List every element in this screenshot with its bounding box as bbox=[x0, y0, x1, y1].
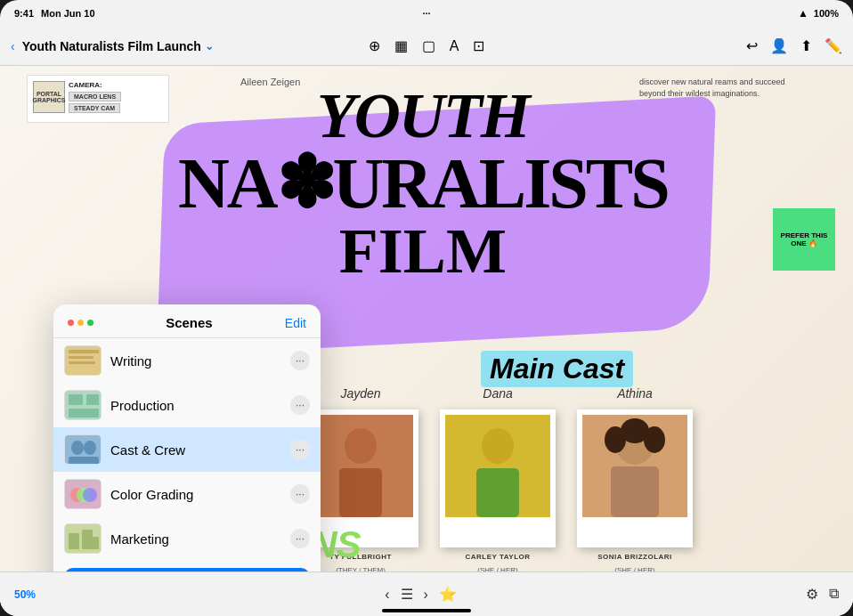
svg-point-27 bbox=[83, 488, 97, 502]
scenes-panel: Scenes Edit Writing ··· Production ··· bbox=[53, 304, 321, 616]
scene-item-color-grading[interactable]: Color Grading ··· bbox=[53, 472, 321, 516]
cast-title-2: CARLEY TAYLOR bbox=[465, 553, 530, 561]
scene-item-marketing[interactable]: Marketing ··· bbox=[53, 516, 321, 561]
camera-label: CAMERA: bbox=[69, 81, 163, 89]
svg-rect-14 bbox=[69, 356, 93, 359]
undo-icon[interactable]: ↩ bbox=[746, 37, 758, 54]
hero-film-text: FILM bbox=[178, 219, 668, 283]
scene-label-writing: Writing bbox=[110, 353, 281, 369]
main-content: PORTAL GRAPHICS CAMERA: MACRO LENS STEAD… bbox=[0, 66, 853, 616]
scenes-dots bbox=[68, 320, 93, 326]
svg-rect-31 bbox=[90, 537, 99, 549]
status-day: Mon Jun 10 bbox=[41, 8, 95, 19]
scene-thumbnail-writing bbox=[64, 345, 102, 376]
starred-button[interactable]: ⭐ bbox=[439, 586, 457, 603]
scene-more-color-grading[interactable]: ··· bbox=[290, 484, 310, 504]
scene-thumbnail-marketing bbox=[64, 523, 102, 554]
prev-page-button[interactable]: ‹ bbox=[385, 587, 389, 603]
back-button[interactable]: ‹ bbox=[11, 39, 15, 53]
cast-item-2: Dana CARLEY TAYLOR (SHE / HER) bbox=[440, 386, 556, 574]
home-indicator bbox=[382, 609, 471, 612]
status-dots: ··· bbox=[422, 8, 430, 19]
share-icon[interactable]: ⬆ bbox=[800, 37, 812, 54]
scenes-list-button[interactable]: ☰ bbox=[401, 586, 413, 603]
svg-rect-13 bbox=[69, 350, 99, 353]
scene-more-production[interactable]: ··· bbox=[290, 395, 310, 415]
ipad-frame: 9:41 Mon Jun 10 ··· ▲ 100% ‹ Youth Natur… bbox=[0, 0, 853, 616]
scenes-edit-button[interactable]: Edit bbox=[285, 316, 306, 330]
svg-point-21 bbox=[71, 441, 84, 455]
hero-youth-text: YOUTH bbox=[178, 84, 668, 148]
edit-icon[interactable]: ✏️ bbox=[825, 37, 842, 54]
scene-item-production[interactable]: Production ··· bbox=[53, 383, 321, 427]
dot-red[interactable] bbox=[68, 320, 74, 326]
svg-point-11 bbox=[644, 426, 665, 453]
bottom-right-icons: ⚙ ⧉ bbox=[806, 586, 839, 603]
lens-2-badge[interactable]: STEADY CAM bbox=[69, 103, 120, 113]
camera-card: PORTAL GRAPHICS CAMERA: MACRO LENS STEAD… bbox=[27, 75, 169, 123]
cast-script-name-3: Athina bbox=[617, 386, 653, 401]
scene-label-cast-crew: Cast & Crew bbox=[110, 442, 281, 458]
cast-script-name-1: Jayden bbox=[340, 386, 380, 401]
scene-item-cast-crew[interactable]: Cast & Crew ··· bbox=[53, 427, 321, 472]
scene-more-marketing[interactable]: ··· bbox=[290, 529, 310, 548]
layout-icon[interactable]: ▦ bbox=[394, 37, 408, 54]
scene-thumbnail-production bbox=[64, 390, 102, 420]
next-page-button[interactable]: › bbox=[424, 587, 428, 603]
text-icon[interactable]: A bbox=[450, 38, 459, 54]
scene-label-color-grading: Color Grading bbox=[110, 487, 281, 502]
svg-rect-8 bbox=[611, 466, 659, 517]
svg-rect-29 bbox=[69, 533, 79, 549]
svg-rect-15 bbox=[69, 361, 95, 364]
svg-rect-2 bbox=[339, 468, 382, 517]
camera-card-details: CAMERA: MACRO LENS STEADY CAM bbox=[69, 81, 163, 113]
wifi-icon: ▲ bbox=[798, 7, 808, 20]
title-chevron-icon: ⌄ bbox=[205, 40, 214, 53]
back-chevron-icon: ‹ bbox=[11, 39, 15, 53]
status-bar: 9:41 Mon Jun 10 ··· ▲ 100% bbox=[0, 0, 853, 27]
toolbar-right-icons: ↩ 👤 ⬆ ✏️ bbox=[746, 37, 842, 54]
polaroid-3 bbox=[577, 409, 693, 547]
cast-title-3: SONIA BRIZZOLARI bbox=[597, 553, 672, 561]
toolbar: ‹ Youth Naturalists Film Launch ⌄ ⊕ ▦ ▢ … bbox=[0, 27, 853, 66]
hero-title: YOUTH NA✽URALISTS FILM bbox=[178, 84, 668, 283]
collaborate-icon[interactable]: 👤 bbox=[770, 37, 788, 54]
title-text: Youth Naturalists Film Launch bbox=[22, 39, 201, 53]
cast-item-3: Athina bbox=[577, 386, 693, 574]
polaroid-2 bbox=[440, 409, 556, 547]
cast-photos: Jayden TY FULLBRIGHT (THEY / THEM) bbox=[303, 386, 693, 574]
cast-script-name-2: Dana bbox=[483, 386, 512, 401]
dot-green[interactable] bbox=[87, 320, 93, 326]
svg-rect-17 bbox=[69, 394, 83, 405]
settings-icon[interactable]: ⚙ bbox=[806, 586, 818, 603]
shapes-icon[interactable]: ▢ bbox=[422, 37, 435, 54]
svg-rect-23 bbox=[69, 457, 99, 464]
camera-card-thumbnail: PORTAL GRAPHICS bbox=[33, 81, 65, 113]
svg-point-1 bbox=[345, 428, 377, 464]
zoom-level[interactable]: 50% bbox=[14, 588, 36, 601]
bottom-navigation: ‹ ☰ › ⭐ bbox=[385, 586, 457, 603]
scene-item-writing[interactable]: Writing ··· bbox=[53, 338, 321, 383]
svg-point-4 bbox=[482, 428, 514, 464]
status-bar-right: ▲ 100% bbox=[798, 7, 839, 20]
scene-more-writing[interactable]: ··· bbox=[290, 351, 310, 370]
svg-rect-5 bbox=[476, 468, 519, 517]
sticky-note-text: PREFER THIS ONE 🔥 bbox=[776, 231, 832, 247]
battery-icon: 100% bbox=[814, 8, 839, 19]
add-icon[interactable]: ⊕ bbox=[369, 37, 380, 54]
toolbar-center-icons: ⊕ ▦ ▢ A ⊡ bbox=[369, 37, 485, 54]
lens-1-badge[interactable]: MACRO LENS bbox=[69, 92, 121, 101]
scene-thumbnail-cast-crew bbox=[64, 434, 102, 465]
media-icon[interactable]: ⊡ bbox=[473, 37, 484, 54]
main-cast-label: Main Cast bbox=[481, 351, 633, 387]
scene-more-cast-crew[interactable]: ··· bbox=[290, 440, 310, 459]
cast-photo-3 bbox=[582, 415, 687, 517]
svg-rect-19 bbox=[69, 409, 99, 417]
fullscreen-icon[interactable]: ⧉ bbox=[829, 586, 839, 603]
cast-photo-1 bbox=[308, 415, 413, 517]
status-time: 9:41 bbox=[14, 8, 34, 19]
sticky-note[interactable]: PREFER THIS ONE 🔥 bbox=[773, 208, 835, 271]
status-bar-center: ··· bbox=[422, 8, 430, 19]
scene-thumbnail-color-grading bbox=[64, 479, 102, 509]
dot-yellow[interactable] bbox=[77, 320, 84, 326]
